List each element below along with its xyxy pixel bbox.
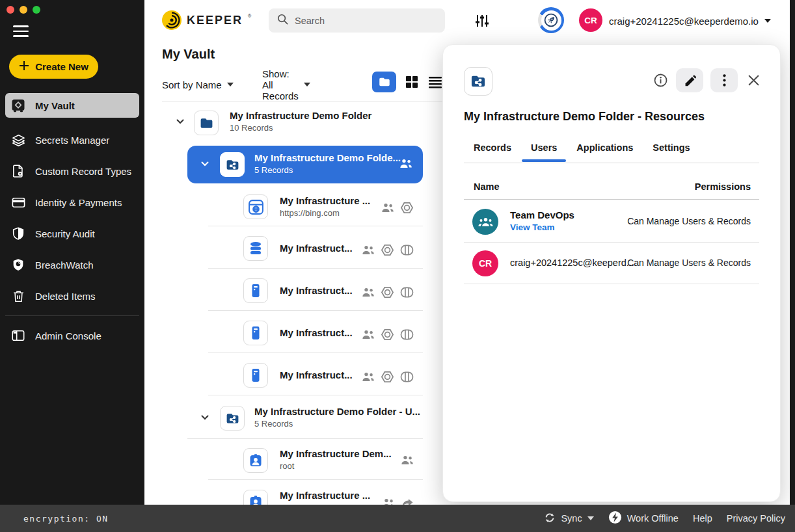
tree-item-title: My Infrastruct... [280,243,353,254]
breachwatch-icon [10,257,26,273]
menu-icon[interactable] [13,25,29,37]
folder-icon [194,111,219,135]
tree-item-subtitle: 5 Records [254,419,420,429]
tree-row-record[interactable]: My Infrastruct... [144,313,441,353]
privacy-policy-link[interactable]: Privacy Policy [727,513,785,524]
sidebar-item-admin-console[interactable]: Admin Console [0,320,144,351]
tab-settings[interactable]: Settings [653,142,690,161]
tab-users[interactable]: Users [531,142,557,161]
tree-row-record[interactable]: My Infrastruct... [144,229,441,269]
chevron-down-icon[interactable] [176,117,186,127]
sidebar: Create New My Vault Secrets Manager Cust… [0,0,144,505]
connection-icon [400,329,414,343]
plus-icon [19,60,29,73]
tree-item-subtitle: 5 Records [254,165,401,175]
avatar[interactable]: CR [579,8,602,32]
sync-icon [544,512,556,525]
vault-icon [10,98,26,113]
team-icon [478,217,493,227]
work-offline-control[interactable]: Work Offline [608,511,679,526]
tree-row-record[interactable]: My Infrastructure ... https://bing.com [144,187,441,226]
tree-row-record[interactable]: My Infrastruct... [144,356,441,395]
registered-mark: ® [248,14,251,18]
rotation-icon [381,286,394,302]
close-icon[interactable] [745,72,762,88]
server-record-icon [243,363,268,388]
view-team-link[interactable]: View Team [510,222,555,232]
shared-users-icon [362,330,375,342]
help-link[interactable]: Help [693,513,712,524]
admin-console-icon [10,328,26,343]
tree-row-shared-folder-selected[interactable]: My Infrastructure Demo Folde... 5 Record… [187,146,423,183]
info-icon[interactable] [652,72,669,88]
user-record-icon [243,490,268,505]
chevron-down-icon [764,19,771,23]
tree-item-title: My Infrastructure Demo Folder - U... [254,406,420,417]
sidebar-item-label: BreachWatch [35,259,93,271]
panel-tabs: Records Users Applications Settings [474,142,690,161]
shared-users-icon [362,287,375,300]
tree-row-shared-folder[interactable]: My Infrastructure Demo Folder - U... 5 R… [144,398,441,438]
account-menu[interactable]: craig+20241225c@keeperdemo.io [609,0,771,42]
sidebar-item-my-vault[interactable]: My Vault [5,93,139,118]
rotation-icon [381,328,394,344]
bolt-icon [608,511,622,526]
tree-item-title: My Infrastructure Demo Folde... [254,152,401,163]
server-record-icon [243,278,268,303]
user-row-craig[interactable]: CR craig+20241225c@keeperd... Can Manage… [464,243,759,284]
sidebar-item-label: Identity & Payments [35,197,122,208]
chevron-down-icon [587,516,594,520]
sidebar-item-breachwatch[interactable]: BreachWatch [0,249,144,280]
chevron-down-icon[interactable] [200,159,211,170]
maximize-window-button[interactable] [33,6,40,14]
shared-users-icon [399,159,412,171]
filter-icon[interactable] [474,13,490,29]
sidebar-item-label: Deleted Items [35,291,96,302]
column-permissions: Permissions [695,181,751,192]
create-new-button[interactable]: Create New [9,55,98,79]
edit-button[interactable] [676,68,703,92]
sidebar-item-deleted-items[interactable]: Deleted Items [0,280,144,312]
sidebar-item-secrets-manager[interactable]: Secrets Manager [0,124,144,155]
connection-icon [400,287,414,300]
sidebar-item-label: Secrets Manager [35,135,109,146]
team-name: Team DevOps [510,209,574,220]
sync-control[interactable]: Sync [544,512,593,525]
sidebar-item-identity-payments[interactable]: Identity & Payments [0,187,144,218]
tab-records[interactable]: Records [474,142,511,161]
secrets-manager-icon [10,132,26,148]
tree-row-record[interactable]: My Infrastructure Dem... root [144,440,441,480]
tree-row-folder[interactable]: My Infrastructure Demo Folder 10 Records [144,104,441,141]
rotation-icon [400,201,414,217]
search-icon [276,13,289,28]
share-arrow-icon [401,497,414,505]
tree-row-record[interactable]: My Infrastructure ... [144,481,441,505]
tab-applications[interactable]: Applications [576,142,633,161]
shared-folder-icon [220,406,245,431]
shared-folder-icon [220,152,245,177]
more-options-button[interactable] [710,68,738,92]
close-window-button[interactable] [7,6,14,14]
connection-icon [400,245,414,258]
sidebar-item-security-audit[interactable]: Security Audit [0,218,144,249]
shared-folder-icon [464,67,492,96]
tree-item-title: My Infrastruct... [280,285,353,296]
chevron-down-icon[interactable] [200,413,211,423]
user-avatar: CR [472,250,498,276]
sidebar-item-custom-record-types[interactable]: Custom Record Types [0,155,144,187]
tree-item-title: My Infrastructure ... [280,195,370,206]
tree-row-record[interactable]: My Infrastruct... [144,271,441,311]
pencil-icon [684,74,696,86]
trash-icon [10,288,26,304]
user-row-team[interactable]: Team DevOps View Team Can Manage Users &… [464,201,759,243]
onboarding-progress-ring[interactable] [538,7,564,33]
window-controls [7,6,40,14]
encryption-status: encryption: ON [23,514,109,524]
column-name: Name [474,181,500,192]
tabs-underline [464,163,759,163]
database-record-icon [243,236,268,261]
brand-name: KEEPER [187,14,243,27]
minimize-window-button[interactable] [20,6,27,14]
search-input[interactable] [295,16,425,26]
detail-panel: My Infrastructure Demo Folder - Resource… [442,44,781,502]
